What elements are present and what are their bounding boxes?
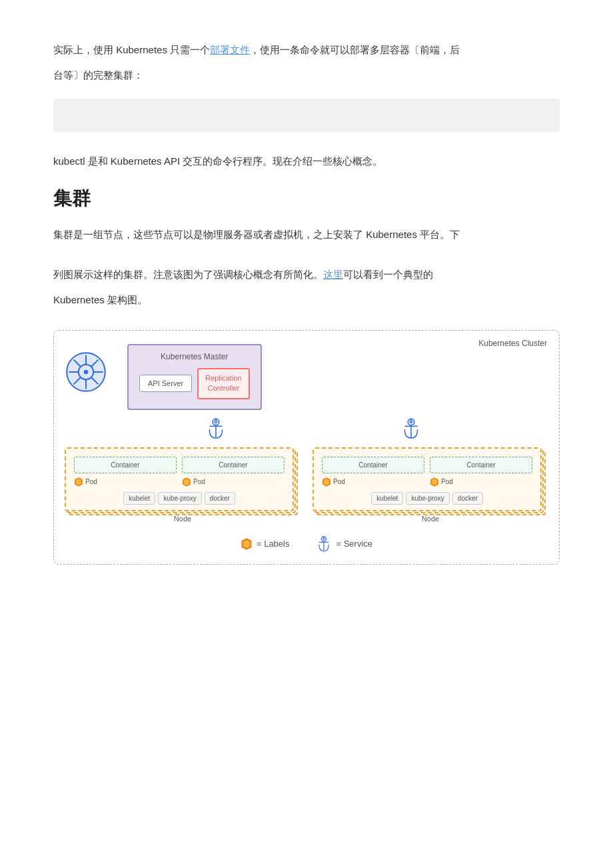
- master-title: Kubernetes Master: [139, 352, 250, 361]
- pod3-label: Pod: [333, 478, 345, 485]
- master-inner: API Server ReplicationController: [139, 368, 250, 399]
- pod1-label: Pod: [85, 478, 97, 485]
- labels-legend-text: = Labels: [257, 539, 290, 549]
- node1-kubelet: kubelet: [123, 492, 155, 505]
- node2-container1: Container: [322, 457, 424, 473]
- pod-labels-icon: [74, 477, 83, 487]
- intro-line3: 台等〕的完整集群：: [53, 69, 143, 81]
- replication-controller-box: ReplicationController: [197, 368, 249, 399]
- master-box: Kubernetes Master API Server Replication…: [127, 344, 262, 410]
- diagram-legend: = Labels = Service: [65, 535, 548, 553]
- svg-marker-29: [243, 540, 249, 547]
- desc-line2-post: 可以看到一个典型的: [343, 269, 433, 280]
- kubectl-description: kubectl 是和 Kubernetes API 交互的命令行程序。现在介绍一…: [53, 152, 560, 170]
- kubernetes-cluster-diagram: Kubernetes Cluster: [53, 330, 560, 565]
- here-link[interactable]: 这里: [323, 269, 343, 280]
- intro-paragraph: 实际上，使用 Kubernetes 只需一个部署文件，使用一条命令就可以部署多层…: [53, 40, 560, 85]
- node1-containers: Container Container: [74, 457, 285, 473]
- service-legend-icon: [316, 535, 332, 553]
- node2-containers: Container Container: [322, 457, 532, 473]
- intro-line1: 实际上，使用 Kubernetes 只需一个: [53, 44, 210, 55]
- node1-title: Node: [65, 515, 301, 523]
- node1-pod1: Pod: [74, 477, 177, 487]
- service-legend: = Service: [316, 535, 372, 553]
- node2-kubelet: kubelet: [371, 492, 403, 505]
- kubernetes-logo: [65, 351, 107, 393]
- pod-icon-4: [430, 477, 439, 487]
- pod2-label: Pod: [193, 478, 205, 485]
- code-block: [53, 99, 560, 132]
- node1-pods: Pod Pod: [74, 477, 285, 487]
- service-icon-right: [400, 417, 422, 441]
- service-icon-left: [205, 417, 227, 441]
- node1-pod2: Pod: [182, 477, 285, 487]
- node2-container2: Container: [430, 457, 532, 473]
- master-area: Kubernetes Master API Server Replication…: [65, 344, 548, 410]
- svg-point-2: [84, 370, 88, 374]
- node2-pod1: Pod: [322, 477, 424, 487]
- node2-pods: Pod Pod: [322, 477, 532, 487]
- desc-line3: Kubernetes 架构图。: [53, 294, 147, 305]
- replication-label: ReplicationController: [205, 374, 241, 392]
- pod-labels-icon2: [182, 477, 191, 487]
- desc-line2-pre: 列图展示这样的集群。注意该图为了强调核心概念有所简化。: [53, 269, 323, 280]
- labels-legend: = Labels: [241, 538, 290, 550]
- node1-container2: Container: [182, 457, 285, 473]
- svg-marker-27: [432, 479, 437, 485]
- node-2: Container Container Pod: [312, 447, 548, 523]
- service-legend-text: = Service: [336, 539, 372, 549]
- pod4-label: Pod: [441, 478, 453, 485]
- svg-marker-25: [324, 479, 329, 485]
- node-1: Container Container Pod: [65, 447, 301, 523]
- labels-legend-icon: [241, 538, 253, 550]
- node1-footer: kubelet kube-proxy docker: [74, 492, 285, 505]
- node2-title: Node: [312, 515, 548, 523]
- intro-line2: ，使用一条命令就可以部署多层容器〔前端，后: [250, 44, 460, 55]
- svg-marker-21: [77, 479, 81, 485]
- cluster-section-title: 集群: [53, 186, 560, 211]
- node2-pod2: Pod: [430, 477, 532, 487]
- node2-footer: kubelet kube-proxy docker: [322, 492, 532, 505]
- node2-kubeproxy: kube-proxy: [406, 492, 449, 505]
- node1-container1: Container: [74, 457, 177, 473]
- deploy-file-link[interactable]: 部署文件: [210, 44, 250, 55]
- node1-docker: docker: [205, 492, 235, 505]
- svg-marker-23: [185, 479, 189, 485]
- diagram-inner: Kubernetes Master API Server Replication…: [65, 344, 548, 523]
- api-server-box: API Server: [139, 375, 192, 392]
- desc-line1: 集群是一组节点，这些节点可以是物理服务器或者虚拟机，之上安装了 Kubernet…: [53, 229, 460, 240]
- cluster-description: 集群是一组节点，这些节点可以是物理服务器或者虚拟机，之上安装了 Kubernet…: [53, 225, 560, 310]
- pod-icon-3: [322, 477, 331, 487]
- node2-docker: docker: [452, 492, 483, 505]
- node1-kubeproxy: kube-proxy: [158, 492, 201, 505]
- nodes-row: Container Container Pod: [65, 447, 548, 523]
